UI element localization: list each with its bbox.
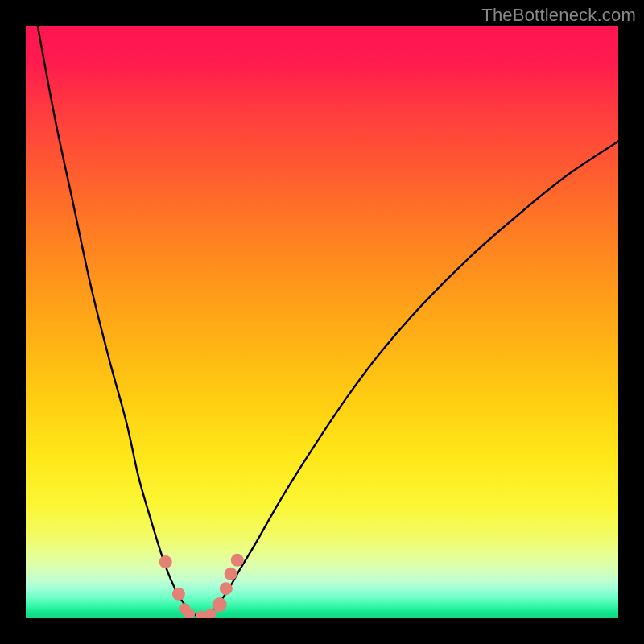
data-marker [172, 588, 185, 601]
data-marker [220, 582, 233, 595]
bottleneck-curve [38, 26, 618, 617]
data-marker [231, 554, 244, 567]
data-markers [159, 554, 244, 618]
chart-svg [26, 26, 618, 618]
watermark-text: TheBottleneck.com [481, 5, 636, 26]
data-marker [159, 555, 172, 568]
chart-frame: TheBottleneck.com [0, 0, 644, 644]
plot-area [26, 26, 618, 618]
curve-path [38, 26, 618, 617]
data-marker [225, 568, 237, 580]
data-marker [213, 597, 227, 612]
